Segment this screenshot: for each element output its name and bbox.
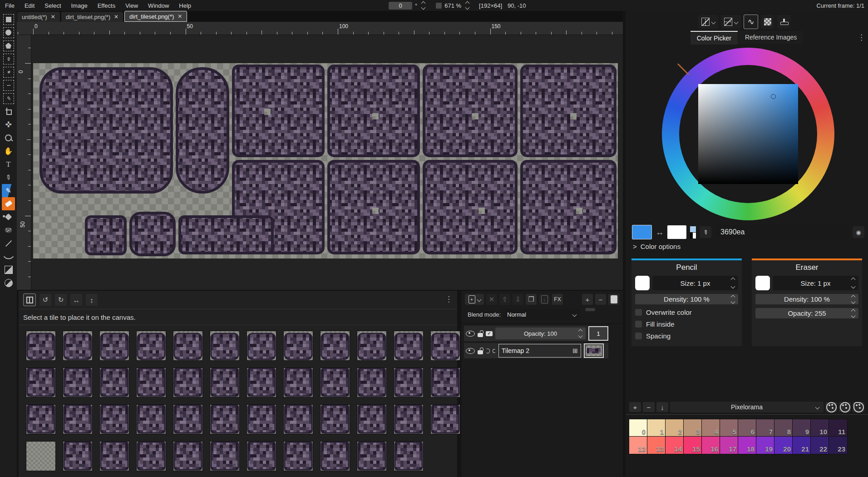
tile-thumbnail[interactable] <box>26 405 55 434</box>
palette-swatch-21[interactable]: 21 <box>793 437 811 454</box>
palette-swatch-7[interactable]: 7 <box>756 419 774 437</box>
menu-image[interactable]: Image <box>66 2 93 9</box>
project-tab-0[interactable]: untitled(*)✕ <box>17 12 60 22</box>
palette-swatch-18[interactable]: 18 <box>738 437 756 454</box>
close-tab-icon[interactable]: ✕ <box>114 14 118 20</box>
tool-crop[interactable] <box>2 105 15 118</box>
add-frame-button[interactable]: + <box>582 294 593 305</box>
recent-colors[interactable] <box>690 226 696 238</box>
tile-thumbnail[interactable] <box>210 368 239 397</box>
remove-palette-button[interactable]: − <box>643 402 655 412</box>
menu-effects[interactable]: Effects <box>93 2 121 9</box>
tool-lasso[interactable]: ∽ <box>2 79 15 92</box>
tile-thumbnail[interactable] <box>100 405 129 434</box>
vertical-mirror-button[interactable] <box>698 15 718 29</box>
move-layer-up-button[interactable]: ⇧ <box>499 294 510 305</box>
palette-swatch-16[interactable]: 16 <box>702 437 720 454</box>
tile-thumbnail[interactable] <box>210 405 239 434</box>
cel-options-button[interactable] <box>608 294 619 305</box>
tool-rectangle[interactable] <box>2 263 15 276</box>
timeline-scrollbar[interactable] <box>585 308 595 311</box>
layer-visibility-icon[interactable] <box>466 331 475 337</box>
checkbox-row-fill-inside[interactable]: Fill inside <box>631 320 742 328</box>
tile-thumbnail[interactable] <box>173 368 202 397</box>
palette-swatch-20[interactable]: 20 <box>774 437 793 454</box>
tile-thumbnail[interactable] <box>137 331 166 360</box>
delete-layer-button[interactable]: ✕ <box>486 294 497 305</box>
tool-magic-wand[interactable]: ✶ <box>2 65 15 79</box>
checkbox-row-spacing[interactable]: Spacing <box>631 332 742 340</box>
tile-thumbnail[interactable] <box>173 331 202 360</box>
new-palette-from-image-button[interactable] <box>839 402 851 412</box>
tile-thumbnail[interactable] <box>247 368 276 397</box>
tile-thumbnail[interactable] <box>431 331 460 360</box>
tile-thumbnail[interactable] <box>63 442 92 471</box>
tile-thumbnail[interactable] <box>284 331 313 360</box>
tool-pencil[interactable]: ✎ <box>2 184 15 197</box>
tile-thumbnail[interactable] <box>321 405 350 434</box>
saturation-value-square[interactable] <box>698 84 798 184</box>
canvas[interactable] <box>33 63 618 260</box>
tile-thumbnail[interactable] <box>100 368 129 397</box>
palette-swatch-11[interactable]: 11 <box>829 419 847 437</box>
remove-frame-button[interactable]: − <box>595 294 606 305</box>
frame-1-button[interactable]: 1 <box>588 326 608 341</box>
layer-name-field[interactable]: Tilemap 2 ⊞ <box>498 344 581 358</box>
tool-move[interactable]: ✜ <box>2 118 15 131</box>
swap-colors-icon[interactable]: ↔ <box>656 228 664 237</box>
tile-thumbnail[interactable] <box>321 442 350 471</box>
tile-thumbnail[interactable] <box>100 331 129 360</box>
screen-picker-button[interactable]: ✎ <box>700 226 711 238</box>
menu-edit[interactable]: Edit <box>20 2 39 9</box>
palette-swatch-8[interactable]: 8 <box>774 419 793 437</box>
alpha-lock-button[interactable] <box>761 15 774 29</box>
tile-thumbnail[interactable] <box>63 331 92 360</box>
tile-thumbnail[interactable] <box>137 442 166 471</box>
tool-shading[interactable] <box>2 224 15 237</box>
tile-thumbnail[interactable] <box>26 331 55 360</box>
tool-paint-select[interactable]: ✎ <box>2 92 15 105</box>
tile-thumbnail[interactable] <box>357 442 386 471</box>
tool-color-select[interactable]: ✎ <box>2 52 15 65</box>
menu-view[interactable]: View <box>120 2 143 9</box>
menu-help[interactable]: Help <box>174 2 196 9</box>
tool-ellipse[interactable] <box>2 276 15 289</box>
tile-thumbnail[interactable] <box>137 405 166 434</box>
tool-polygon-select[interactable] <box>2 39 15 52</box>
layer-fx-button[interactable]: FX <box>552 294 563 305</box>
eraser-color-swatch[interactable] <box>755 276 770 290</box>
palette-swatch-22[interactable]: 22 <box>811 437 829 454</box>
palette-swatch-13[interactable]: 13 <box>647 437 666 454</box>
frame-opacity-button[interactable]: Opacity: 100 <box>495 328 586 339</box>
palette-swatch-9[interactable]: 9 <box>793 419 811 437</box>
add-palette-button[interactable]: + <box>629 402 641 412</box>
tool-eraser[interactable] <box>2 197 15 210</box>
primary-color-swatch[interactable] <box>632 225 652 239</box>
checkbox[interactable] <box>635 309 642 316</box>
palette-swatch-2[interactable]: 2 <box>666 419 684 437</box>
tile-thumbnail[interactable] <box>321 331 350 360</box>
tab-reference-images[interactable]: Reference Images <box>739 31 803 44</box>
tool-text[interactable]: T <box>2 158 15 171</box>
tile-thumbnail[interactable] <box>26 368 55 397</box>
project-tab-1[interactable]: dirt_tileset.png(*)✕ <box>61 12 123 22</box>
project-tab-2[interactable]: dirt_tileset.png(*)✕ <box>124 11 187 22</box>
tile-thumbnail[interactable] <box>210 442 239 471</box>
blend-mode-dropdown[interactable]: Normal <box>503 309 580 320</box>
layer-row-tilemap2[interactable]: Tilemap 2 ⊞ <box>464 343 608 358</box>
rotation-spinner[interactable] <box>422 2 425 9</box>
tile-thumbnail[interactable] <box>357 368 386 397</box>
horizontal-mirror-button[interactable] <box>721 15 741 29</box>
tile-thumbnail[interactable] <box>247 331 276 360</box>
tile-thumbnail[interactable] <box>247 405 276 434</box>
tile-thumbnail[interactable] <box>284 368 313 397</box>
color-options-expander[interactable]: > Color options <box>633 243 681 250</box>
tile-thumbnail[interactable] <box>394 368 423 397</box>
vertical-ruler[interactable]: 050 <box>17 35 31 290</box>
tile-thumbnail[interactable] <box>173 442 202 471</box>
palette-swatch-19[interactable]: 19 <box>756 437 774 454</box>
tab-color-picker[interactable]: Color Picker <box>690 31 738 45</box>
close-tab-icon[interactable]: ✕ <box>51 14 55 20</box>
layer-lock-icon[interactable] <box>478 348 483 354</box>
tile-grid-mode-button[interactable] <box>23 293 36 306</box>
